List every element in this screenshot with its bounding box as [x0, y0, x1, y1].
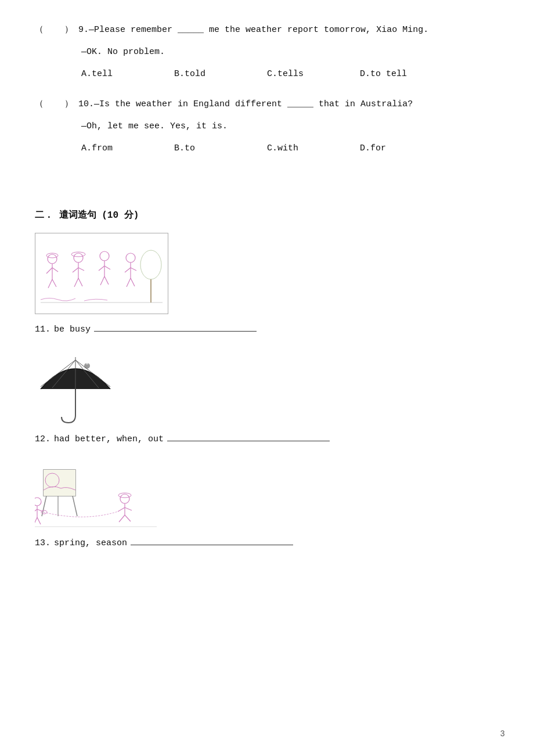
page-number: 3 — [500, 729, 505, 739]
q13-painting-illustration — [35, 464, 157, 528]
q12-keywords: had better, when, out — [54, 433, 164, 447]
svg-line-19 — [100, 276, 104, 285]
svg-point-7 — [46, 253, 58, 258]
svg-line-18 — [104, 266, 110, 269]
section2-score: (10 分) — [102, 210, 139, 221]
q10-response: —Oh, let me see. Yes, it is. — [81, 120, 499, 134]
svg-point-21 — [126, 253, 135, 262]
q10-paren-bracket: （ ） — [35, 99, 73, 109]
question-9: （ ） 9. —Please remember _____ me the wea… — [35, 23, 499, 81]
q10-prompt: —Is the weather in England different ___… — [94, 98, 413, 111]
q9-prompt: —Please remember _____ me the weather re… — [89, 23, 428, 37]
compose-q12: 12. had better, when, out — [35, 354, 499, 447]
svg-line-45 — [37, 509, 43, 512]
svg-line-20 — [104, 276, 109, 285]
q9-options: A.tell B.told C.tells D.to tell — [81, 67, 499, 81]
q10-number: 10. — [78, 99, 94, 109]
section2-title: 遣词造句 — [59, 210, 96, 221]
svg-line-51 — [118, 507, 125, 512]
q10-prompt-line: （ ） 10. —Is the weather in England diffe… — [35, 98, 499, 111]
q9-option-c: C.tells — [267, 67, 325, 81]
svg-line-52 — [125, 507, 132, 510]
q13-number: 13. — [35, 537, 50, 550]
svg-point-1 — [48, 254, 57, 264]
svg-line-11 — [78, 268, 84, 271]
q12-answer-blank[interactable] — [167, 432, 330, 441]
q10-options: A.from B.to C.with D.for — [81, 142, 499, 156]
q10-option-a: A.from — [81, 142, 139, 156]
q13-image-container — [35, 464, 157, 528]
svg-point-8 — [74, 253, 83, 262]
q9-prompt-line: （ ） 9. —Please remember _____ me the wea… — [35, 23, 499, 37]
svg-point-15 — [100, 251, 109, 261]
q9-option-d: D.to tell — [360, 67, 418, 81]
q11-line: 11. be busy — [35, 322, 499, 337]
q10-option-c: C.with — [267, 142, 325, 156]
q12-image-container — [35, 354, 116, 424]
svg-line-37 — [42, 496, 46, 516]
q11-image-container — [35, 233, 499, 314]
svg-line-3 — [46, 268, 52, 273]
svg-point-42 — [35, 498, 41, 506]
q11-image-box — [35, 233, 168, 314]
q9-number: 9. — [78, 25, 89, 35]
q9-option-a: A.tell — [81, 67, 139, 81]
svg-line-46 — [35, 517, 37, 525]
svg-line-10 — [73, 268, 78, 272]
svg-line-12 — [74, 278, 78, 287]
svg-line-17 — [99, 266, 104, 271]
q13-line: 13. spring, season — [35, 536, 499, 550]
svg-line-24 — [131, 268, 136, 271]
svg-line-26 — [131, 278, 135, 286]
compose-q13: 13. spring, season — [35, 464, 499, 550]
q11-illustration — [38, 236, 165, 311]
svg-rect-40 — [44, 470, 75, 496]
svg-point-14 — [71, 252, 85, 257]
q10-option-b: B.to — [174, 142, 232, 156]
section2-label: 二． — [35, 210, 53, 221]
svg-line-23 — [125, 268, 131, 272]
svg-line-25 — [127, 278, 131, 287]
q11-keywords: be busy — [54, 323, 91, 337]
q13-answer-blank[interactable] — [131, 536, 293, 545]
q12-umbrella-illustration — [35, 354, 116, 424]
svg-line-47 — [37, 517, 41, 524]
q11-answer-blank[interactable] — [94, 322, 257, 332]
question-10: （ ） 10. —Is the weather in England diffe… — [35, 98, 499, 156]
svg-point-27 — [140, 250, 161, 279]
q13-keywords: spring, season — [54, 537, 127, 550]
svg-line-53 — [119, 515, 125, 522]
q10-paren-num: （ ） 10. — [35, 98, 94, 111]
svg-line-13 — [78, 278, 82, 286]
svg-line-54 — [125, 515, 131, 521]
svg-point-55 — [118, 493, 131, 498]
q10-option-d: D.for — [360, 142, 418, 156]
q9-paren-bracket: （ ） — [35, 25, 73, 35]
q11-number: 11. — [35, 323, 50, 337]
section2-header: 二． 遣词造句 (10 分) — [35, 209, 499, 221]
svg-line-38 — [73, 496, 77, 516]
compose-q11: 11. be busy — [35, 233, 499, 337]
q12-line: 12. had better, when, out — [35, 432, 499, 447]
q9-paren-num: （ ） 9. — [35, 23, 89, 37]
q12-number: 12. — [35, 433, 50, 447]
svg-line-4 — [52, 268, 58, 272]
svg-line-5 — [48, 279, 52, 288]
q9-response: —OK. No problem. — [81, 45, 499, 59]
svg-line-6 — [52, 279, 56, 287]
svg-point-49 — [120, 494, 129, 503]
q9-option-b: B.told — [174, 67, 232, 81]
